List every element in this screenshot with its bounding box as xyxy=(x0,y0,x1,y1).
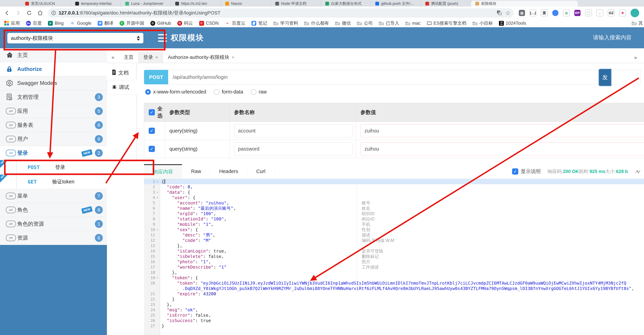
sidebar-item-文档管理[interactable]: 文档管理3 xyxy=(0,90,107,104)
bookmark-item[interactable]: 什么都有 xyxy=(304,20,329,26)
bookmark-item[interactable]: ∞百度云 xyxy=(225,20,245,26)
bookmark-item[interactable]: G码云 xyxy=(177,20,193,26)
bookmark-item[interactable]: 小目标 xyxy=(472,20,493,26)
doc-tab[interactable]: 主页 xyxy=(119,52,138,63)
sidebar-item-Authorize[interactable]: Authorize xyxy=(0,62,107,76)
sidebar-item-角色的资源[interactable]: API角色的资源1 xyxy=(0,217,107,231)
row-checkbox[interactable]: ✓ xyxy=(149,146,155,152)
back-icon[interactable] xyxy=(3,9,11,17)
response-tab[interactable]: Curl xyxy=(247,164,274,178)
page-info-icon[interactable] xyxy=(51,10,56,16)
response-tab[interactable]: 响应内容 xyxy=(144,164,182,178)
browser-tab[interactable]: 腾讯配置 (push) xyxy=(421,1,471,6)
param-name-input[interactable]: password xyxy=(234,142,353,156)
bookmark-item[interactable]: du百度 xyxy=(26,20,42,26)
body-type-radio[interactable]: x-www-form-urlencoded xyxy=(145,89,206,95)
bookmark-item[interactable]: 译翻译 xyxy=(98,20,113,26)
body-type-radio[interactable]: raw xyxy=(251,89,267,95)
menu-hamburger-icon[interactable] xyxy=(158,34,167,42)
collapse-tabs-icon[interactable]: « xyxy=(107,52,119,63)
close-tab-icon[interactable]: × xyxy=(232,55,234,60)
sidebar-item-角色[interactable]: API角色NEW8 xyxy=(0,203,107,217)
param-value-input[interactable]: zuihou xyxy=(360,124,644,137)
extension-icon[interactable]: ▦ xyxy=(519,10,525,16)
extension-icon[interactable]: ◍ xyxy=(563,10,570,16)
module-select[interactable]: authority-权限模块 xyxy=(7,33,144,44)
show-description-toggle[interactable]: ✓ 显示说明 xyxy=(512,168,541,175)
bookmark-item[interactable]: 学习资料 xyxy=(273,20,298,26)
bookmark-item[interactable]: GGitHub xyxy=(150,20,171,26)
body-type-radio[interactable]: form-data xyxy=(214,89,243,95)
extension-icon[interactable]: ⌄ xyxy=(596,10,603,16)
browser-tab[interactable]: github push 文件/批量 xyxy=(371,1,421,6)
bookmark-item[interactable]: 笔记 xyxy=(252,20,267,26)
bookmark-item[interactable]: ES搜索引擎文档 xyxy=(427,20,466,26)
extension-icon[interactable]: 英 xyxy=(541,10,548,16)
param-value-input[interactable]: zuihou xyxy=(360,142,644,156)
extension-icon[interactable] xyxy=(552,10,558,16)
translate-icon[interactable]: 文A xyxy=(496,10,502,16)
view-tab-debug[interactable]: 调试 xyxy=(107,80,136,94)
radio-dot[interactable] xyxy=(145,89,151,95)
extension-icon[interactable]: {…} xyxy=(530,10,536,16)
extension-icon[interactable]: RP xyxy=(574,10,580,16)
close-tab-icon[interactable]: × xyxy=(156,55,158,60)
browser-tab[interactable]: Nacos xyxy=(221,1,271,6)
bookmark-item[interactable]: CCSDN xyxy=(199,20,219,26)
browser-tab[interactable]: Node 申请文档 xyxy=(271,1,321,6)
sidebar-item-资源[interactable]: API资源6 xyxy=(0,231,107,245)
expand-tabs-icon[interactable]: » xyxy=(630,54,642,60)
view-tab-doc[interactable]: 文档 xyxy=(107,66,136,80)
avatar[interactable] xyxy=(630,9,639,17)
row-checkbox[interactable]: ✓ xyxy=(149,128,155,134)
fold-arrow-icon[interactable]: ▾ xyxy=(155,227,160,232)
send-button[interactable]: 发 xyxy=(598,69,612,86)
extension-icon[interactable]: GZ xyxy=(608,10,615,16)
bookmark-item[interactable]: 微信 xyxy=(335,20,351,26)
sidebar-item-登录[interactable]: API登录NEW2 xyxy=(0,146,107,160)
extension-icon[interactable]: ✱ xyxy=(619,10,626,16)
bookmark-item[interactable]: GGoogle xyxy=(70,20,92,26)
fullscreen-icon[interactable]: ↗↙ xyxy=(635,169,640,174)
response-body-viewer[interactable]: 1▾{2 "code": 0,3▾ "data": {4▾ "user": {5… xyxy=(144,179,644,335)
response-tab[interactable]: Raw xyxy=(182,164,210,178)
sidebar-endpoint-post[interactable]: NEWPOST登录 xyxy=(0,160,107,174)
address-bar[interactable]: 127.0.0.1:8760/api/gate/doc.html#/author… xyxy=(48,8,514,18)
select-all-checkbox[interactable]: ✓ xyxy=(149,109,155,116)
bookmark-item[interactable]: bBing xyxy=(48,20,64,26)
response-tab[interactable]: Headers xyxy=(210,164,247,178)
bookmark-item[interactable]: 应用 xyxy=(4,20,20,26)
bookmark-star-icon[interactable]: ☆ xyxy=(505,10,510,16)
doc-tab[interactable]: 登录× xyxy=(138,52,163,63)
fold-arrow-icon[interactable]: ▾ xyxy=(155,275,160,280)
fold-arrow-icon[interactable]: ▾ xyxy=(155,195,160,200)
bookmark-item[interactable]: C开源中国 xyxy=(120,20,144,26)
header-search-input[interactable]: 请输入搜索内容 xyxy=(593,34,632,42)
forward-icon[interactable] xyxy=(14,9,22,17)
bookmark-item[interactable]: 10241024Tools xyxy=(499,20,526,26)
radio-dot[interactable] xyxy=(214,89,220,95)
sidebar-item-Swagger Models[interactable]: Swagger Models xyxy=(0,76,107,90)
show-description-checkbox[interactable]: ✓ xyxy=(512,168,518,174)
browser-tab[interactable]: 白家大数据分布式 xyxy=(321,1,371,6)
bookmark-item[interactable]: 公司 xyxy=(357,20,373,26)
browser-tab[interactable]: 首页/JLGUCN xyxy=(21,1,71,6)
bookmark-item[interactable]: mac xyxy=(405,20,420,26)
sidebar-item-服务表[interactable]: API服务表6 xyxy=(0,118,107,132)
browser-tab[interactable]: temporary-interfac xyxy=(71,1,121,6)
bookmark-item[interactable]: 已导入 xyxy=(379,20,399,26)
browser-tab[interactable]: Luna - JumpServer xyxy=(121,1,171,6)
sidebar-item-主页[interactable]: 主页 xyxy=(0,48,107,62)
sidebar-endpoint-get[interactable]: NEWGET验证token xyxy=(0,174,107,189)
bookmark-item[interactable]: 其 xyxy=(632,20,643,26)
param-name-input[interactable]: account xyxy=(234,124,353,137)
sidebar-item-用户[interactable]: API用户9 xyxy=(0,132,107,146)
reload-icon[interactable] xyxy=(25,9,33,17)
doc-tab[interactable]: Authorize-authority-权限模块× xyxy=(163,52,239,63)
browser-tab[interactable]: https://s.m2.ten xyxy=(171,1,221,6)
browser-tab[interactable]: 权限模块 xyxy=(471,1,578,6)
sidebar-item-菜单[interactable]: API菜单7 xyxy=(0,189,107,203)
extension-icon[interactable]: ◯ xyxy=(585,10,592,16)
fold-arrow-icon[interactable]: ▾ xyxy=(155,179,160,184)
fold-arrow-icon[interactable]: ▾ xyxy=(155,190,160,195)
